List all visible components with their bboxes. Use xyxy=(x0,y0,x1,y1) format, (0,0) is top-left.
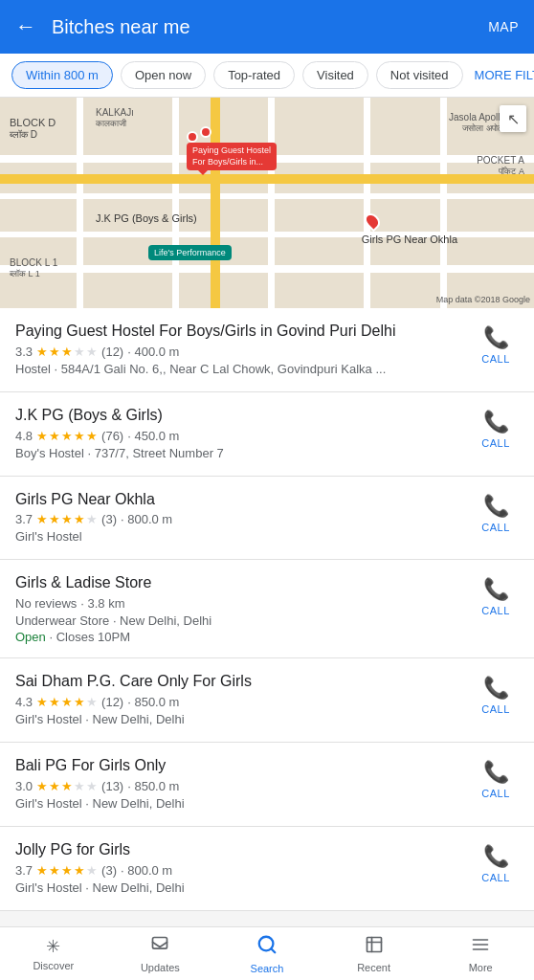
result-item[interactable]: Girls PG Near Okhla 3.7 ★★★★★ (3) · 800.… xyxy=(0,477,534,561)
result-info: Bali PG For Girls Only 3.0 ★★★★★ (13) · … xyxy=(15,756,461,813)
nav-label-more: More xyxy=(469,962,493,973)
result-name: Girls & Ladise Store xyxy=(15,573,461,593)
result-info: Girls PG Near Okhla 3.7 ★★★★★ (3) · 800.… xyxy=(15,490,461,546)
result-rating-row: 4.8 ★★★★★ (76) · 450.0 m xyxy=(15,429,461,443)
nav-label-discover: Discover xyxy=(33,960,74,971)
call-button[interactable]: 📞 CALL xyxy=(473,672,519,719)
result-info: Paying Guest Hostel For Boys/Girls in Go… xyxy=(15,322,461,378)
nav-item-updates[interactable]: Updates xyxy=(107,927,214,980)
result-item[interactable]: J.K PG (Boys & Girls) 4.8 ★★★★★ (76) · 4… xyxy=(0,392,534,477)
result-name: J.K PG (Boys & Girls) xyxy=(15,406,461,426)
nav-item-discover[interactable]: ✳ Discover xyxy=(0,927,107,980)
back-button[interactable]: ← xyxy=(15,14,36,39)
nav-label-recent: Recent xyxy=(357,962,390,973)
map-pin-girls-pg-okhla[interactable]: Girls PG Near Okhla xyxy=(366,212,457,245)
result-rating-row: 4.3 ★★★★★ (12) · 850.0 m xyxy=(15,695,461,709)
result-rating-row: 3.7 ★★★★★ (3) · 800.0 m xyxy=(15,512,461,526)
map-label-jkpg: J.K PG (Boys & Girls) xyxy=(96,212,197,224)
map-pin-lifes-performance[interactable]: Life's Performance xyxy=(148,245,232,260)
recent-icon xyxy=(365,935,384,959)
map-label-blockl1: BLOCK L 1ब्लॉक L 1 xyxy=(10,257,57,279)
bottom-nav: ✳ Discover Updates Search Recent xyxy=(0,926,534,980)
call-button[interactable]: 📞 CALL xyxy=(473,840,519,887)
results-list: Paying Guest Hostel For Boys/Girls in Go… xyxy=(0,308,534,911)
filter-chip-notvisited[interactable]: Not visited xyxy=(376,61,463,89)
call-button[interactable]: 📞 CALL xyxy=(473,490,519,537)
call-button[interactable]: 📞 CALL xyxy=(473,322,519,368)
result-info: Sai Dham P.G. Care Only For Girls 4.3 ★★… xyxy=(15,672,461,728)
call-button[interactable]: 📞 CALL xyxy=(473,573,519,620)
result-item[interactable]: Sai Dham P.G. Care Only For Girls 4.3 ★★… xyxy=(0,658,534,743)
map-toggle-button[interactable]: MAP xyxy=(488,19,519,34)
result-name: Girls PG Near Okhla xyxy=(15,490,461,510)
result-item[interactable]: Jolly PG for Girls 3.7 ★★★★★ (3) · 800.0… xyxy=(0,827,534,911)
call-button[interactable]: 📞 CALL xyxy=(473,756,519,803)
filter-chip-toprated[interactable]: Top-rated xyxy=(213,61,295,89)
map-label-jasola: Jasola Apolloजसोला अपोलो xyxy=(449,112,505,134)
search-icon xyxy=(256,934,278,960)
nav-label-updates: Updates xyxy=(141,962,180,973)
result-info: Jolly PG for Girls 3.7 ★★★★★ (3) · 800.0… xyxy=(15,840,461,897)
svg-rect-3 xyxy=(367,937,381,951)
call-button[interactable]: 📞 CALL xyxy=(473,406,519,453)
result-name: Jolly PG for Girls xyxy=(15,840,461,860)
map-copyright: Map data ©2018 Google xyxy=(436,295,530,304)
filter-chip-visited[interactable]: Visited xyxy=(302,61,368,89)
result-info: J.K PG (Boys & Girls) 4.8 ★★★★★ (76) · 4… xyxy=(15,406,461,462)
result-info: Girls & Ladise Store No reviews · 3.8 km… xyxy=(15,573,461,644)
more-filters-button[interactable]: MORE FILT... xyxy=(471,62,534,88)
filter-chip-opennow[interactable]: Open now xyxy=(121,61,206,89)
map-area[interactable]: BLOCK Dब्लॉक D KALKAJIकालकाजी Jasola Apo… xyxy=(0,98,534,308)
result-rating-row: 3.7 ★★★★★ (3) · 800.0 m xyxy=(15,863,461,878)
result-name: Bali PG For Girls Only xyxy=(15,756,461,776)
filter-bar: Within 800 m Open now Top-rated Visited … xyxy=(0,54,534,98)
result-item[interactable]: Paying Guest Hostel For Boys/Girls in Go… xyxy=(0,308,534,392)
map-label-blockd: BLOCK Dब्लॉक D xyxy=(10,117,56,141)
result-item[interactable]: Bali PG For Girls Only 3.0 ★★★★★ (13) · … xyxy=(0,743,534,827)
map-label-kalkaji: KALKAJIकालकाजी xyxy=(96,107,134,129)
map-label-pocketa: POCKET Aपॉकेट A xyxy=(477,155,524,177)
nav-item-recent[interactable]: Recent xyxy=(321,927,428,980)
result-rating-row: No reviews · 3.8 km xyxy=(15,596,461,611)
page-title: Bitches near me xyxy=(52,16,488,38)
filter-chip-within800m[interactable]: Within 800 m xyxy=(11,61,113,89)
result-rating-row: 3.0 ★★★★★ (13) · 850.0 m xyxy=(15,779,461,793)
header: ← Bitches near me MAP xyxy=(0,0,534,54)
nav-item-more[interactable]: More xyxy=(427,927,534,980)
svg-line-2 xyxy=(271,948,275,952)
discover-icon: ✳ xyxy=(46,936,60,957)
nav-label-search: Search xyxy=(251,963,284,974)
result-rating-row: 3.3 ★★★★★ (12) · 400.0 m xyxy=(15,345,461,359)
more-icon xyxy=(471,935,490,959)
nav-item-search[interactable]: Search xyxy=(213,927,321,980)
result-name: Sai Dham P.G. Care Only For Girls xyxy=(15,672,461,692)
map-pin-paying-guest[interactable]: Paying Guest HostelFor Boys/Girls in... xyxy=(187,126,277,170)
updates-icon xyxy=(150,935,169,959)
map-expand-button[interactable]: ↖ xyxy=(500,105,526,132)
result-name: Paying Guest Hostel For Boys/Girls in Go… xyxy=(15,322,461,342)
result-item[interactable]: Girls & Ladise Store No reviews · 3.8 km… xyxy=(0,560,534,658)
